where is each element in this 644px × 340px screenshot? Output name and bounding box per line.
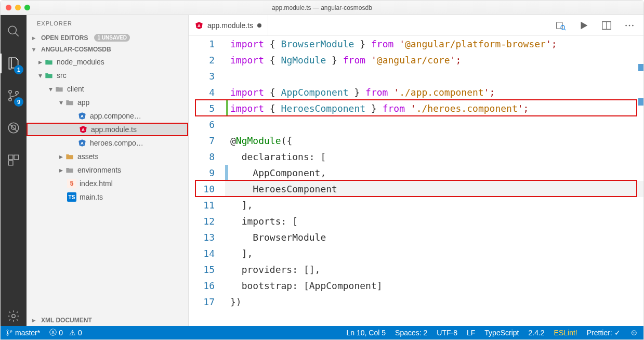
split-editor-icon[interactable] (601, 20, 612, 31)
svg-point-23 (632, 24, 634, 26)
sidebar: EXPLORER ▸OPEN EDITORS1 UNSAVED ▾ANGULAR… (27, 15, 189, 326)
svg-point-3 (9, 98, 11, 101)
gear-icon (7, 309, 20, 323)
extensions-activity[interactable] (1, 150, 27, 170)
src-folder[interactable]: ▾src (27, 69, 188, 82)
spaces-status[interactable]: Spaces: 2 (395, 329, 427, 337)
editor-area: A app.module.ts 123456789101112131415161… (189, 15, 643, 326)
code-content[interactable]: import { BrowserModule } from '@angular/… (225, 36, 643, 326)
more-icon[interactable] (624, 20, 635, 31)
explorer-badge: 1 (14, 65, 23, 74)
feedback-icon[interactable]: ☺ (630, 328, 638, 337)
environments-folder[interactable]: ▸environments (27, 163, 188, 177)
app-component-file[interactable]: Aapp.compone… (27, 109, 188, 123)
vscode-window: app.module.ts — angular-cosmosdb 1 9 EXP… (0, 0, 644, 340)
html-icon: 5 (67, 179, 76, 188)
tab-bar: A app.module.ts (189, 15, 643, 36)
minimize-button[interactable] (15, 5, 21, 10)
index-html-file[interactable]: 5index.html (27, 177, 188, 190)
close-button[interactable] (6, 5, 11, 10)
svg-rect-8 (8, 155, 13, 160)
encoding-status[interactable]: UTF-8 (437, 329, 457, 337)
file-tree: ▸node_modules ▾src ▾client ▾app Aapp.com… (27, 55, 188, 204)
unsaved-badge: 1 UNSAVED (94, 34, 130, 42)
svg-point-0 (8, 26, 16, 34)
svg-line-1 (15, 33, 19, 36)
ts-version-status[interactable]: 2.4.2 (528, 329, 544, 337)
svg-text:A: A (82, 127, 85, 132)
search-activity[interactable] (1, 21, 27, 41)
svg-rect-16 (557, 22, 562, 29)
svg-point-17 (561, 25, 564, 29)
svg-point-22 (629, 24, 630, 26)
debug-activity[interactable] (1, 118, 27, 138)
project-label: ANGULAR-COSMOSDB (41, 46, 111, 53)
svg-point-21 (625, 24, 627, 26)
app-module-file[interactable]: Aapp.module.ts (27, 123, 188, 136)
explorer-activity[interactable]: 1 (1, 54, 27, 73)
language-status[interactable]: TypeScript (484, 329, 519, 337)
svg-text:A: A (81, 141, 84, 146)
heroes-component-file[interactable]: Aheroes.compo… (27, 136, 188, 150)
status-bar: master* ⓧ0 ⚠0 Ln 10, Col 5 Spaces: 2 UTF… (1, 326, 643, 339)
assets-folder[interactable]: ▸assets (27, 150, 188, 163)
angular-icon: A (78, 112, 86, 120)
open-editors-label: OPEN EDITORS (41, 34, 88, 42)
activity-bar: 1 9 (1, 15, 27, 326)
sidebar-title: EXPLORER (27, 15, 188, 32)
open-editors-header[interactable]: ▸OPEN EDITORS1 UNSAVED (27, 32, 188, 44)
svg-point-24 (7, 330, 8, 331)
typescript-icon: TS (67, 192, 76, 202)
error-icon: ⓧ (49, 328, 57, 337)
traffic-lights (1, 5, 30, 10)
svg-rect-9 (14, 155, 19, 160)
editor[interactable]: 1234567891011121314151617 import { Brows… (189, 36, 643, 326)
dirty-indicator-icon (257, 23, 261, 28)
window-title: app.module.ts — angular-cosmosdb (1, 4, 643, 11)
app-folder[interactable]: ▾app (27, 96, 188, 109)
titlebar: app.module.ts — angular-cosmosdb (1, 1, 643, 15)
tab-app-module[interactable]: A app.module.ts (189, 15, 268, 35)
svg-text:A: A (198, 23, 201, 28)
svg-rect-10 (8, 161, 13, 165)
scm-activity[interactable]: 9 (1, 86, 27, 106)
cursor-position-status[interactable]: Ln 10, Col 5 (347, 329, 386, 337)
eol-status[interactable]: LF (467, 329, 475, 337)
angular-icon: A (79, 125, 87, 134)
main-ts-file[interactable]: TSmain.ts (27, 190, 188, 204)
find-icon[interactable] (555, 20, 567, 31)
warning-icon: ⚠ (69, 329, 76, 337)
svg-point-11 (12, 315, 16, 318)
project-header[interactable]: ▾ANGULAR-COSMOSDB (27, 44, 188, 55)
svg-point-7 (11, 125, 16, 130)
tab-label: app.module.ts (207, 21, 253, 30)
settings-activity[interactable] (1, 306, 27, 326)
line-gutter: 1234567891011121314151617 (189, 36, 225, 326)
search-icon (7, 24, 20, 38)
svg-line-18 (564, 29, 566, 30)
extensions-icon (7, 153, 20, 167)
minimap-marker (638, 98, 643, 106)
problems-status[interactable]: ⓧ0 ⚠0 (49, 328, 82, 337)
bug-icon (7, 121, 20, 135)
svg-point-26 (10, 331, 12, 332)
prettier-status[interactable]: Prettier: ✓ (587, 329, 621, 337)
svg-point-25 (7, 334, 8, 336)
zoom-button[interactable] (24, 5, 30, 10)
xml-document-header[interactable]: ▸XML DOCUMENT (27, 315, 188, 326)
run-icon[interactable] (578, 20, 589, 31)
scm-badge: 9 (14, 97, 23, 107)
client-folder[interactable]: ▾client (27, 82, 188, 96)
svg-point-4 (16, 91, 18, 94)
svg-point-2 (9, 90, 11, 93)
branch-icon (6, 329, 13, 336)
minimap-marker (638, 64, 643, 71)
git-branch-status[interactable]: master* (6, 329, 40, 337)
svg-text:A: A (81, 114, 84, 119)
angular-icon: A (78, 139, 86, 147)
node-modules-folder[interactable]: ▸node_modules (27, 55, 188, 69)
angular-icon: A (195, 21, 203, 30)
eslint-status[interactable]: ESLint! (554, 329, 577, 337)
